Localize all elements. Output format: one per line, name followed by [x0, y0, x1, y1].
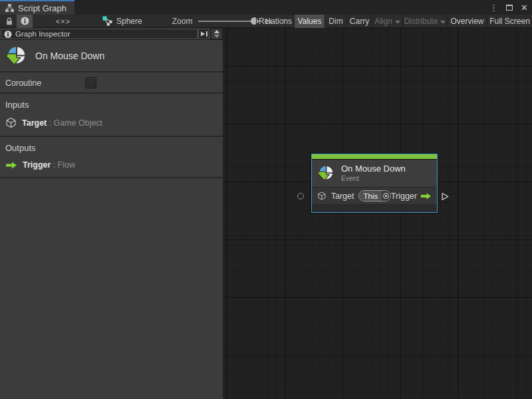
graph-inspector-title: Graph Inspector	[15, 30, 70, 38]
colon: :	[53, 160, 55, 170]
graph-canvas[interactable]: On Mouse Down Event Target This Trigger	[224, 28, 532, 399]
maximize-icon[interactable]	[506, 5, 513, 11]
relations-button[interactable]: Relations	[256, 15, 294, 28]
on-mouse-down-icon	[5, 45, 28, 67]
dim-button[interactable]: Dim	[325, 15, 346, 28]
inspector-toggle-button[interactable]	[17, 15, 33, 28]
tab-script-graph[interactable]: Script Graph	[0, 0, 74, 15]
game-object-cube-icon	[5, 117, 17, 128]
on-mouse-down-icon	[317, 164, 335, 182]
trigger-port-label: Trigger	[391, 192, 417, 201]
chevron-down-icon	[440, 21, 446, 24]
unit-header: On Mouse Down	[0, 40, 223, 72]
on-mouse-down-node[interactable]: On Mouse Down Event Target This Trigger	[311, 154, 438, 213]
overview-button[interactable]: Overview	[447, 15, 487, 28]
arrow-up-icon	[214, 30, 219, 33]
input-row-target: Target : Game Object	[5, 117, 223, 128]
game-object-cube-icon	[317, 191, 327, 201]
carry-button[interactable]: Carry	[346, 15, 372, 28]
dock-inspector-button[interactable]	[198, 29, 209, 39]
coroutine-label: Coroutine	[5, 78, 41, 88]
zoom-label: Zoom	[172, 17, 193, 26]
target-value: This	[359, 191, 382, 201]
node-footer	[312, 205, 437, 212]
output-type: Flow	[58, 160, 75, 170]
object-picker-icon	[383, 193, 389, 199]
graph-owner-label: Sphere	[116, 17, 142, 26]
align-dropdown[interactable]: Align	[372, 15, 402, 28]
inputs-section: Inputs Target : Game Object	[0, 94, 223, 137]
node-accent-bar	[312, 154, 437, 160]
values-button[interactable]: Values	[294, 15, 325, 28]
window-menu-icon[interactable]: ⋮	[489, 3, 498, 12]
graph-inspector-panel: Graph Inspector On Mouse Down Coroutine …	[0, 28, 223, 399]
node-output-port[interactable]	[441, 192, 450, 201]
graph-node-icon	[102, 16, 112, 26]
inspector-scroll-spinner[interactable]	[211, 29, 222, 39]
script-graph-icon	[5, 4, 14, 12]
flow-arrow-icon	[5, 161, 17, 170]
arrow-down-icon	[214, 35, 219, 38]
node-subtitle: Event	[341, 174, 406, 183]
input-name: Target	[22, 118, 47, 128]
target-value-field[interactable]: This	[358, 190, 390, 201]
output-name: Trigger	[23, 160, 51, 170]
code-view-button[interactable]: <×>	[50, 15, 76, 28]
outputs-heading: Outputs	[5, 143, 223, 153]
lock-button[interactable]	[2, 15, 17, 28]
tab-label: Script Graph	[18, 3, 66, 13]
unit-title: On Mouse Down	[35, 51, 104, 61]
colon: :	[49, 118, 51, 128]
dock-panel-icon	[200, 30, 208, 38]
node-header[interactable]: On Mouse Down Event	[312, 160, 437, 188]
coroutine-row: Coroutine	[0, 72, 223, 94]
graph-owner-button[interactable]: Sphere	[99, 15, 146, 28]
close-icon[interactable]: ✕	[521, 3, 528, 12]
graph-inspector-titlebox: Graph Inspector	[1, 29, 198, 39]
info-icon	[4, 30, 12, 39]
node-title: On Mouse Down	[341, 164, 406, 174]
full-screen-button[interactable]: Full Screen	[487, 15, 532, 28]
coroutine-checkbox[interactable]	[85, 77, 96, 88]
node-input-port[interactable]	[297, 193, 304, 200]
window-title-bar: Script Graph ⋮ ✕	[0, 0, 532, 15]
graph-inspector-header: Graph Inspector	[0, 28, 223, 40]
graph-toolbar: <×> Sphere Zoom 1x Relations Values Dim …	[0, 15, 532, 28]
target-port-label: Target	[331, 192, 354, 201]
object-picker-button[interactable]	[382, 191, 390, 201]
chevron-down-icon	[395, 21, 400, 24]
inputs-heading: Inputs	[5, 100, 223, 110]
distribute-dropdown[interactable]: Distribute	[402, 15, 447, 28]
input-type: Game Object	[53, 118, 102, 128]
node-port-row: Target This Trigger	[312, 188, 437, 205]
code-icon: <×>	[56, 17, 70, 25]
output-row-trigger: Trigger : Flow	[5, 160, 223, 170]
lock-icon	[5, 17, 13, 25]
outputs-section: Outputs Trigger : Flow	[0, 137, 223, 178]
flow-arrow-icon[interactable]	[420, 192, 432, 200]
zoom-slider[interactable]	[198, 15, 259, 28]
info-icon	[21, 17, 29, 25]
